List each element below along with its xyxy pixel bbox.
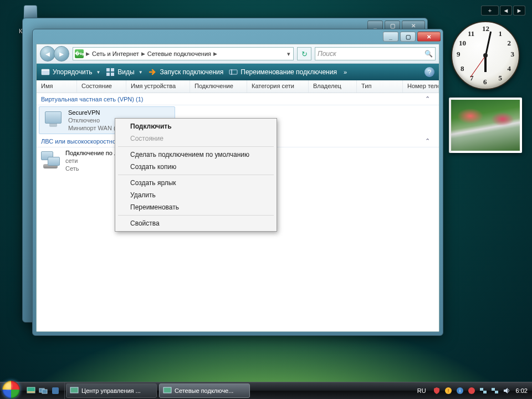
breadcrumb-sep-icon: ▶ — [141, 51, 146, 57]
col-state[interactable]: Состояние — [77, 80, 126, 93]
arrow-right-icon — [149, 68, 157, 76]
svg-rect-5 — [111, 73, 114, 76]
svg-rect-4 — [106, 73, 110, 76]
context-menu: Подключить Состояние Сделать подключение… — [115, 118, 277, 232]
control-panel-icon — [70, 386, 79, 395]
breadcrumb-sep-icon: ▶ — [85, 51, 90, 57]
show-desktop-icon[interactable] — [25, 385, 37, 396]
col-phone[interactable]: Номер телефона... — [403, 80, 439, 93]
menu-create-copy[interactable]: Создать копию — [117, 161, 275, 173]
column-headers: Имя Состояние Имя устройства Подключение… — [37, 80, 439, 93]
network-icon — [163, 386, 172, 395]
svg-rect-1 — [42, 69, 49, 71]
views-icon — [106, 68, 115, 76]
svg-rect-13 — [70, 387, 78, 393]
col-type[interactable]: Тип — [357, 80, 403, 93]
group-vpn-header[interactable]: Виртуальная частная сеть (VPN) (1) ⌃ — [37, 93, 439, 105]
quick-launch — [22, 382, 65, 399]
svg-rect-9 — [27, 391, 35, 393]
col-device[interactable]: Имя устройства — [126, 80, 190, 93]
clock-gadget[interactable]: 12 3 6 9 1 2 4 5 7 8 10 11 — [451, 21, 520, 90]
tray-updates-icon[interactable]: ! — [444, 386, 453, 395]
maximize-button[interactable]: ▢ — [400, 32, 416, 42]
start-connection-button[interactable]: Запуск подключения — [149, 68, 224, 76]
tray-info-icon[interactable]: i — [456, 386, 464, 395]
sidebar-add-button[interactable]: + — [481, 6, 499, 16]
menu-properties[interactable]: Свойства — [117, 217, 275, 229]
refresh-button[interactable]: ↻ — [297, 47, 311, 60]
close-button[interactable]: ✕ — [417, 32, 441, 42]
tray-network-icon[interactable] — [479, 386, 488, 395]
tray-volume-icon[interactable] — [502, 386, 511, 395]
menu-rename[interactable]: Переименовать — [117, 201, 275, 213]
organize-button[interactable]: Упорядочить▼ — [41, 68, 100, 76]
lan-connection-icon — [41, 151, 61, 171]
svg-rect-3 — [111, 68, 114, 71]
clock-second-hand — [470, 55, 485, 78]
col-name[interactable]: Имя — [37, 80, 77, 93]
views-button[interactable]: Виды▼ — [106, 68, 142, 76]
organize-icon — [41, 68, 50, 76]
rename-icon — [229, 68, 238, 76]
sidebar-controls: + ◄ ► — [481, 6, 525, 16]
svg-rect-22 — [492, 388, 495, 391]
taskbar-item-network-connections[interactable]: Сетевые подключе... — [159, 383, 250, 398]
tray-network2-icon[interactable] — [490, 386, 499, 395]
address-dropdown-icon[interactable]: ▾ — [284, 50, 293, 58]
search-icon: 🔍 — [424, 50, 433, 58]
desktop: Корзина + ◄ ► 12 3 6 9 1 2 4 5 7 8 10 11… — [0, 0, 532, 399]
svg-rect-12 — [52, 387, 59, 394]
svg-rect-23 — [495, 391, 498, 393]
col-cat[interactable]: Категория сети — [247, 80, 309, 93]
help-button[interactable]: ? — [424, 67, 434, 77]
svg-rect-14 — [163, 387, 171, 393]
command-bar: Упорядочить▼ Виды▼ Запуск подключения — [37, 64, 439, 80]
switch-windows-icon[interactable] — [38, 385, 49, 396]
rename-connection-button[interactable]: Переименование подключения — [229, 68, 337, 76]
col-owner[interactable]: Владелец — [309, 80, 357, 93]
clock-time[interactable]: 6:02 — [516, 387, 528, 394]
minimize-button[interactable]: _ — [383, 32, 398, 42]
breadcrumb-seg1[interactable]: Сеть и Интернет — [90, 50, 141, 57]
menu-create-shortcut[interactable]: Создать ярлык — [117, 177, 275, 189]
tray-alert-icon[interactable] — [467, 386, 476, 395]
nav-row: ◄ ► �⇆ ▶ Сеть и Интернет ▶ Сетевые подкл… — [37, 44, 439, 64]
menu-connect[interactable]: Подключить — [117, 120, 275, 132]
svg-rect-21 — [483, 391, 487, 393]
titlebar[interactable]: _ ▢ ✕ — [33, 29, 443, 44]
search-placeholder: Поиск — [318, 50, 336, 58]
clock-minute-hand — [485, 32, 492, 56]
sidebar-prev-button[interactable]: ◄ — [500, 6, 512, 16]
breadcrumb-seg2[interactable]: Сетевые подключения — [146, 50, 213, 57]
start-orb-icon — [2, 381, 20, 398]
svg-rect-20 — [480, 388, 483, 391]
forward-button[interactable]: ► — [54, 46, 69, 62]
clock-hour-hand — [484, 55, 487, 72]
svg-text:i: i — [459, 388, 461, 393]
back-button[interactable]: ◄ — [40, 46, 55, 62]
menu-status: Состояние — [117, 132, 275, 145]
svg-rect-11 — [42, 390, 47, 393]
collapse-icon[interactable]: ⌃ — [425, 137, 434, 145]
menu-delete[interactable]: Удалить — [117, 189, 275, 201]
language-indicator[interactable]: RU — [417, 387, 426, 394]
slideshow-gadget[interactable] — [449, 98, 522, 153]
system-tray: RU ! i 6:02 — [413, 382, 532, 399]
svg-point-19 — [468, 387, 475, 394]
sidebar-next-button[interactable]: ► — [513, 6, 525, 16]
menu-set-default[interactable]: Сделать подключением по умолчанию — [117, 149, 275, 161]
search-input[interactable]: Поиск 🔍 — [315, 47, 436, 60]
collapse-icon[interactable]: ⌃ — [425, 95, 434, 103]
taskbar: Центр управления ... Сетевые подключе...… — [0, 382, 532, 399]
tray-security-icon[interactable] — [432, 386, 441, 395]
col-conn[interactable]: Подключение — [190, 80, 247, 93]
vpn-connection-icon — [44, 110, 64, 130]
taskbar-item-control-center[interactable]: Центр управления ... — [66, 383, 157, 398]
start-button[interactable] — [0, 382, 22, 399]
quick-launch-item[interactable] — [50, 385, 61, 396]
address-bar[interactable]: �⇆ ▶ Сеть и Интернет ▶ Сетевые подключен… — [73, 47, 294, 60]
svg-rect-6 — [229, 70, 237, 74]
toolbar-overflow-icon[interactable]: » — [344, 69, 347, 75]
svg-text:!: ! — [447, 388, 449, 393]
breadcrumb-sep-icon: ▶ — [213, 51, 218, 57]
